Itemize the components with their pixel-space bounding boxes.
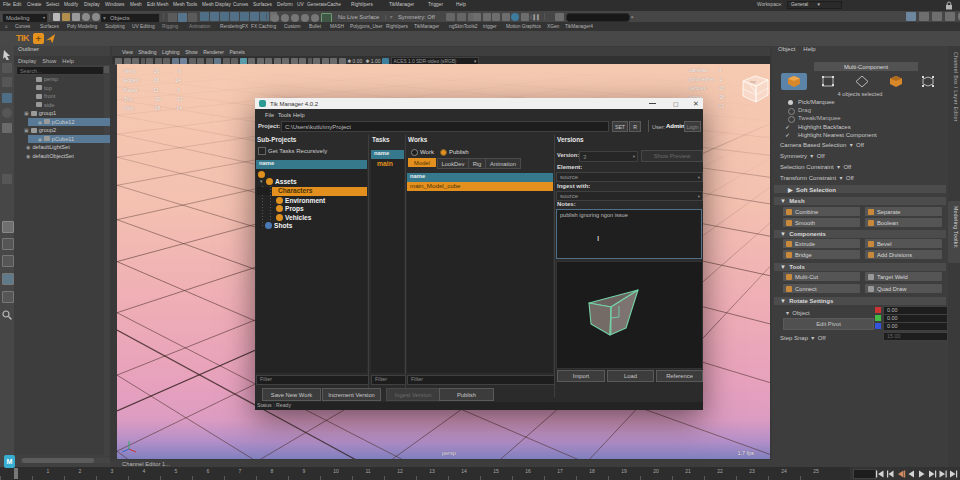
svg-text:top: top	[750, 79, 756, 84]
